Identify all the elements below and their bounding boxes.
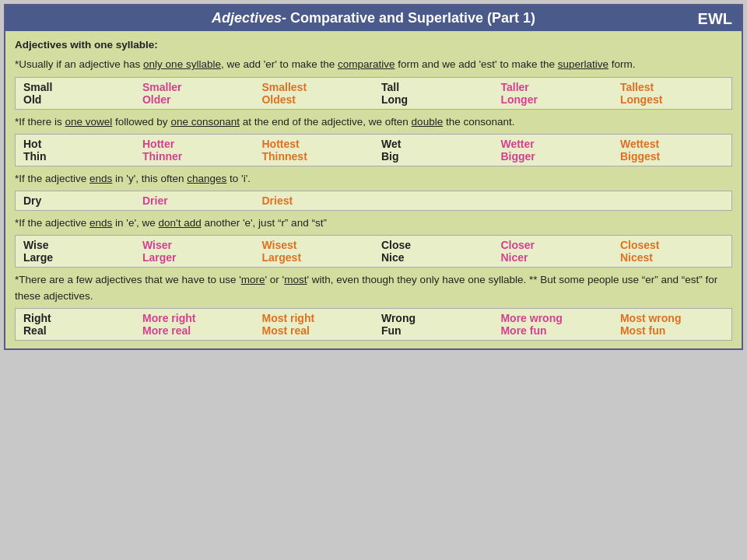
header-title-rest: Comparative and Superlative (Part 1) [286,10,535,26]
cell-empty2 [493,191,612,211]
cell-smaller-older: SmallerOlder [135,77,254,109]
cell-wetter-bigger: WetterBigger [493,134,612,166]
cell-right-real: RightReal [16,308,135,340]
header-title-adj: Adjectives- [212,10,286,26]
cell-closer-nicer: CloserNicer [493,236,612,268]
table-ends-y: Dry Drier Driest [15,191,732,211]
cell-driest: Driest [254,191,373,211]
cell-wiser-larger: WiserLarger [135,236,254,268]
cell-tall-long: TallLong [374,77,493,109]
cell-more-right-real: More rightMore real [135,308,254,340]
cell-closest-nicest: ClosestNicest [612,236,732,268]
cell-wet-big: WetBig [374,134,493,166]
cell-wise-large: WiseLarge [16,236,135,268]
cell-small-old: SmallOld [16,77,135,109]
cell-wrong-fun: WrongFun [374,308,493,340]
cell-wettest-biggest: WettestBiggest [612,134,732,166]
cell-wisest-largest: WisestLargest [254,236,373,268]
cell-most-right-real: Most rightMost real [254,308,373,340]
section-double-consonant-body: *If there is one vowel followed by one c… [15,114,732,130]
header-ewl: EWL [698,9,732,27]
table-row: SmallOld SmallerOlder SmallestOldest Tal… [16,77,732,109]
cell-more-wrong-fun: More wrongMore fun [493,308,612,340]
section-double-consonant: *If there is one vowel followed by one c… [15,114,732,166]
cell-dry: Dry [16,191,135,211]
table-one-syllable: SmallOld SmallerOlder SmallestOldest Tal… [15,77,732,110]
cell-smallest-oldest: SmallestOldest [254,77,373,109]
section-more-most-body: *There are a few adjectives that we have… [15,272,732,304]
cell-most-wrong-fun: Most wrongMost fun [612,308,732,340]
content-area: Adjectives with one syllable: *Usually i… [5,31,742,348]
header: Adjectives- Comparative and Superlative … [5,5,742,31]
cell-drier: Drier [135,191,254,211]
header-title: Adjectives- Comparative and Superlative … [212,10,535,26]
cell-close-nice: CloseNice [374,236,493,268]
table-row: HotThin HotterThinner HottestThinnest We… [16,134,732,166]
table-row: Dry Drier Driest [16,191,732,211]
cell-tallest-longest: TallestLongest [612,77,732,109]
cell-hotter-thinner: HotterThinner [135,134,254,166]
section-more-most: *There are a few adjectives that we have… [15,272,732,341]
cell-empty3 [612,191,732,211]
section-one-syllable-body: *Usually if an adjective has only one sy… [15,57,732,72]
section-ends-y-body: *If the adjective ends in 'y', this ofte… [15,171,732,187]
table-row: WiseLarge WiserLarger WisestLargest Clos… [16,236,732,268]
table-row: RightReal More rightMore real Most right… [16,308,732,340]
cell-hot-thin: HotThin [16,134,135,166]
section-ends-e: *If the adjective ends in 'e', we don't … [15,215,732,268]
section-ends-e-body: *If the adjective ends in 'e', we don't … [15,215,732,231]
cell-taller-longer: TallerLonger [493,77,612,109]
table-more-most: RightReal More rightMore real Most right… [15,308,732,341]
main-container: Adjectives- Comparative and Superlative … [4,4,743,350]
cell-empty1 [374,191,493,211]
table-double-consonant: HotThin HotterThinner HottestThinnest We… [15,134,732,166]
cell-hottest-thinnest: HottestThinnest [254,134,373,166]
section-one-syllable: Adjectives with one syllable: *Usually i… [15,37,732,110]
section-one-syllable-heading: Adjectives with one syllable: [15,37,732,53]
section-ends-y: *If the adjective ends in 'y', this ofte… [15,171,732,211]
table-ends-e: WiseLarge WiserLarger WisestLargest Clos… [15,235,732,268]
